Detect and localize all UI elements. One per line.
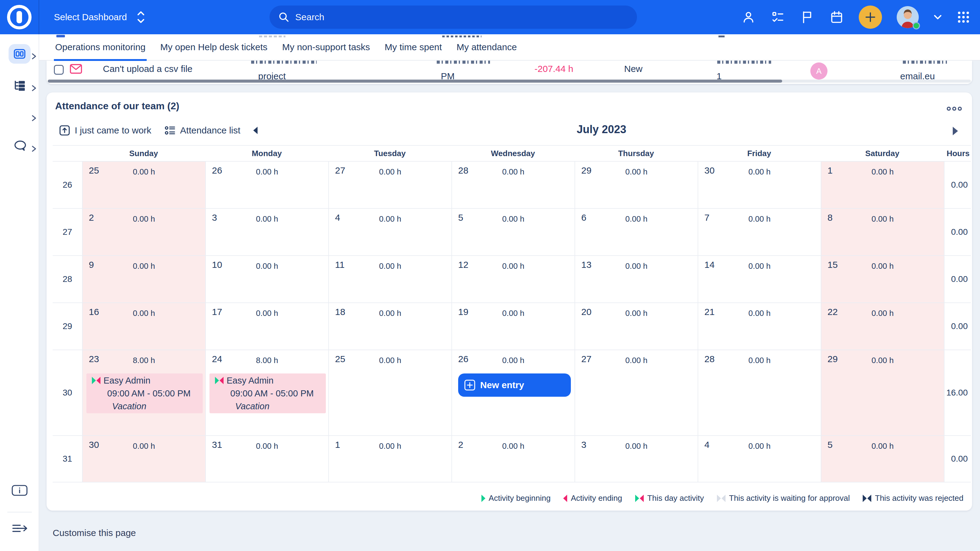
- ticket-subject[interactable]: Can't upload a csv file: [103, 64, 192, 74]
- day-cell[interactable]: 280.00 h: [452, 162, 574, 208]
- day-cell[interactable]: 60.00 h: [574, 209, 698, 255]
- came-to-work-label: I just came to work: [75, 125, 151, 136]
- legend-rejected-icon: [862, 494, 872, 502]
- day-cell[interactable]: 300.00 h: [82, 436, 205, 482]
- legend-item-rejected: This activity was rejected: [862, 494, 964, 503]
- day-cell[interactable]: 40.00 h: [698, 436, 821, 482]
- day-cell[interactable]: 210.00 h: [698, 303, 821, 349]
- day-cell[interactable]: 170.00 h: [205, 303, 328, 349]
- day-cell[interactable]: 180.00 h: [328, 303, 452, 349]
- tab-my-open-help-desk-tickets[interactable]: My open Help desk tickets: [153, 34, 275, 60]
- chevron-right-icon: [31, 113, 37, 124]
- apps-grid-icon[interactable]: [957, 10, 970, 24]
- day-cell[interactable]: 100.00 h: [205, 256, 328, 302]
- attendance-event[interactable]: Easy Admin 09:00 AM - 05:00 PM Vacation: [210, 373, 326, 413]
- day-number: 11: [335, 260, 345, 270]
- day-cell[interactable]: 20.00 h: [82, 209, 205, 255]
- day-cell[interactable]: 160.00 h: [82, 303, 205, 349]
- day-number: 29: [581, 165, 591, 176]
- day-cell[interactable]: 200.00 h: [574, 303, 698, 349]
- flag-icon[interactable]: [800, 10, 815, 24]
- tab-my-non-support-tasks[interactable]: My non-support tasks: [275, 34, 377, 60]
- day-cell[interactable]: 220.00 h: [821, 303, 944, 349]
- calendar-icon[interactable]: [829, 10, 844, 24]
- sidebar-item-dashboard[interactable]: [0, 44, 39, 64]
- day-cell[interactable]: 120.00 h: [452, 256, 574, 302]
- user-avatar[interactable]: [897, 6, 919, 28]
- search-input[interactable]: Search: [269, 5, 637, 29]
- attendance-event[interactable]: Easy Admin 09:00 AM - 05:00 PM Vacation: [86, 373, 203, 413]
- next-month-button[interactable]: [952, 126, 959, 136]
- day-cell[interactable]: 80.00 h: [821, 209, 944, 255]
- sidebar-item-chat[interactable]: [0, 137, 39, 156]
- day-cell[interactable]: 150.00 h: [821, 256, 944, 302]
- tab-my-attendance[interactable]: My attendance: [449, 34, 524, 60]
- sidebar-item-projects[interactable]: [0, 76, 39, 95]
- day-cell[interactable]: 238.00 h Easy Admin 09:00 AM - 05:00 PM …: [82, 350, 205, 435]
- day-cell[interactable]: 250.00 h: [82, 162, 205, 208]
- day-cell[interactable]: 10.00 h: [328, 436, 452, 482]
- day-hours: 0.00 h: [329, 167, 452, 176]
- day-cell[interactable]: 290.00 h: [821, 350, 944, 435]
- calendar-week-row: 26250.00 h260.00 h270.00 h280.00 h290.00…: [52, 161, 971, 208]
- row-checkbox[interactable]: [54, 65, 64, 75]
- dashboard-active-pill: [9, 44, 30, 64]
- legend-end-icon: [563, 494, 568, 502]
- day-cell[interactable]: 50.00 h: [821, 436, 944, 482]
- app-logo[interactable]: [0, 0, 39, 34]
- day-cell[interactable]: 290.00 h: [574, 162, 698, 208]
- day-hours: 0.00 h: [575, 261, 698, 271]
- day-cell[interactable]: 110.00 h: [328, 256, 452, 302]
- tree-icon: [13, 79, 26, 94]
- day-cell[interactable]: 280.00 h: [698, 350, 821, 435]
- day-hours: 0.00 h: [452, 167, 574, 176]
- horizontal-scrollbar-thumb[interactable]: [48, 79, 782, 83]
- quick-add-button[interactable]: [859, 5, 882, 29]
- info-button[interactable]: [0, 485, 39, 496]
- day-cell[interactable]: 40.00 h: [328, 209, 452, 255]
- day-cell[interactable]: 130.00 h: [574, 256, 698, 302]
- day-cell[interactable]: 30.00 h: [205, 209, 328, 255]
- new-entry-button[interactable]: New entry: [458, 373, 571, 397]
- tasks-icon[interactable]: [770, 10, 785, 24]
- day-hours: 0.00 h: [206, 308, 328, 318]
- customise-page-link[interactable]: Customise this page: [52, 528, 136, 538]
- chevron-down-icon[interactable]: [934, 14, 942, 20]
- assignee-avatar[interactable]: A: [810, 62, 827, 79]
- sidebar-expand-button[interactable]: [0, 523, 39, 534]
- sidebar-item-3[interactable]: [0, 106, 39, 125]
- day-cell[interactable]: 300.00 h: [698, 162, 821, 208]
- day-number: 25: [89, 165, 99, 176]
- day-cell[interactable]: 270.00 h: [574, 350, 698, 435]
- day-number: 31: [212, 440, 222, 450]
- attendance-list-button[interactable]: Attendance list: [164, 125, 240, 136]
- day-cell[interactable]: 70.00 h: [698, 209, 821, 255]
- card-menu-button[interactable]: [946, 102, 962, 114]
- day-cell[interactable]: 190.00 h: [452, 303, 574, 349]
- day-cell[interactable]: 140.00 h: [698, 256, 821, 302]
- day-hours: 0.00 h: [206, 261, 328, 271]
- tab-operations-monitoring[interactable]: Operations monitoring: [48, 34, 153, 60]
- day-number: 3: [212, 213, 217, 223]
- day-cell[interactable]: 90.00 h: [82, 256, 205, 302]
- dashboard-selector[interactable]: Select Dashboard: [54, 0, 145, 34]
- day-cell[interactable]: 50.00 h: [452, 209, 574, 255]
- user-icon[interactable]: [741, 10, 756, 24]
- day-cell[interactable]: 30.00 h: [574, 436, 698, 482]
- legend-label: Activity ending: [571, 494, 622, 503]
- came-to-work-button[interactable]: I just came to work: [59, 125, 151, 136]
- prev-month-button[interactable]: [253, 126, 258, 135]
- day-cell[interactable]: 250.00 h: [328, 350, 452, 435]
- day-cell[interactable]: 248.00 h Easy Admin 09:00 AM - 05:00 PM …: [205, 350, 328, 435]
- day-number: 7: [705, 213, 710, 223]
- tab-my-time-spent[interactable]: My time spent: [377, 34, 449, 60]
- day-cell[interactable]: 260.00 h: [205, 162, 328, 208]
- event-type: Vacation: [215, 400, 326, 413]
- day-cell[interactable]: 310.00 h: [205, 436, 328, 482]
- day-cell[interactable]: 10.00 h: [821, 162, 944, 208]
- day-hours: 0.00 h: [206, 441, 328, 451]
- day-cell[interactable]: 260.00 h New entry: [452, 350, 574, 435]
- day-cell[interactable]: 20.00 h: [452, 436, 574, 482]
- logo-icon: [7, 5, 32, 29]
- day-cell[interactable]: 270.00 h: [328, 162, 452, 208]
